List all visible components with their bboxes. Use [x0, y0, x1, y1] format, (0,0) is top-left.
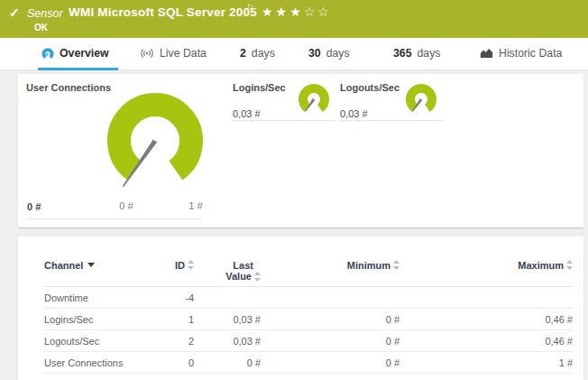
logins-gauge: [296, 83, 332, 116]
table-header-row: Channel ID Last Value: [44, 260, 573, 287]
channel-last: 0 #: [194, 357, 261, 368]
channel-name[interactable]: User Connections: [44, 357, 170, 368]
column-header-minimum[interactable]: Minimum: [261, 260, 400, 271]
historic-chart-icon: [480, 47, 493, 59]
tab-label: Overview: [60, 47, 109, 60]
tab-day-unit: days: [326, 47, 350, 60]
object-kind-label: Sensor: [27, 7, 63, 20]
channel-min: 0 #: [261, 336, 400, 347]
channel-name[interactable]: Logouts/Sec: [44, 336, 170, 347]
column-header-id[interactable]: ID: [170, 260, 194, 271]
tab-live-data[interactable]: Live Data: [136, 38, 216, 70]
channel-max: 1 #: [400, 357, 573, 368]
gauge-icon: [41, 47, 54, 60]
sort-updown-icon: [188, 260, 194, 270]
star-filled-icon[interactable]: ★: [289, 5, 304, 19]
star-filled-icon[interactable]: ★: [276, 5, 290, 19]
sort-updown-icon: [393, 260, 400, 270]
channel-max: 0,46 #: [400, 314, 573, 325]
gauge-title: Logins/Sec: [233, 82, 286, 93]
gauge-current-value: 0 #: [27, 201, 41, 212]
table-row[interactable]: Logouts/Sec 2 0,03 # 0 # 0,46 #: [44, 330, 573, 352]
star-empty-icon[interactable]: ☆: [304, 5, 318, 19]
gauge-current-value: 0,03 #: [340, 108, 368, 119]
sensor-title: WMI Microsoft SQL Server 2005: [69, 5, 257, 19]
channel-last: 0,03 #: [194, 336, 261, 347]
tab-365-days[interactable]: 365 days: [390, 38, 450, 70]
logouts-gauge: [403, 83, 439, 116]
channel-name[interactable]: Downtime: [44, 292, 170, 303]
channel-id: 1: [170, 314, 194, 325]
channel-min: 0 #: [261, 357, 400, 368]
tab-2-days[interactable]: 2 days: [236, 38, 284, 70]
column-label: Value: [225, 271, 252, 282]
tab-day-number: 365: [393, 47, 412, 60]
tab-30-days[interactable]: 30 days: [305, 38, 359, 70]
star-empty-icon[interactable]: ☆: [317, 5, 332, 19]
gauge-title: Logouts/Sec: [340, 82, 400, 93]
tab-label: Historic Data: [499, 47, 562, 60]
channel-name[interactable]: Logins/Sec: [44, 314, 170, 325]
channel-min: 0 #: [261, 314, 400, 325]
column-header-last-value[interactable]: Last Value: [194, 260, 261, 282]
sort-updown-icon: [566, 260, 573, 270]
star-filled-icon[interactable]: ★: [262, 5, 276, 19]
tab-label: Live Data: [160, 47, 207, 60]
priority-stars[interactable]: ★★★☆☆: [262, 5, 332, 19]
sensor-status-badge: OK: [34, 23, 48, 32]
tab-historic-data[interactable]: Historic Data: [476, 38, 571, 70]
table-row[interactable]: Logins/Sec 1 0,03 # 0 # 0,46 #: [44, 309, 573, 330]
logins-gauge-tile: Logins/Sec 0,03 #: [233, 74, 336, 128]
channel-last: 0,03 #: [194, 314, 261, 325]
status-check-icon: ✓: [9, 5, 20, 20]
live-signal-icon: [140, 47, 154, 60]
logouts-gauge-tile: Logouts/Sec 0,03 #: [340, 74, 444, 128]
prtg-sensor-page: ✓ Sensor WMI Microsoft SQL Server 2005 ⚐…: [0, 0, 588, 380]
sensor-header: ✓ Sensor WMI Microsoft SQL Server 2005 ⚐…: [0, 0, 588, 38]
channel-id: 2: [170, 336, 194, 347]
channel-table: Channel ID Last Value: [44, 260, 573, 374]
column-label: Last: [233, 260, 253, 271]
table-row[interactable]: Downtime -4: [44, 287, 573, 309]
column-label: Maximum: [518, 260, 564, 271]
user-connections-gauge: [101, 87, 209, 190]
divider: [233, 120, 335, 121]
column-label: ID: [175, 260, 185, 271]
tab-bar: Overview Live Data 2 days 30 days: [0, 38, 588, 70]
gauges-panel: User Connections 0 # 1 # 0 # Logins/Sec: [18, 74, 583, 227]
column-header-maximum[interactable]: Maximum: [400, 260, 573, 271]
channel-id: 0: [170, 357, 194, 368]
channel-id: -4: [170, 292, 194, 303]
channel-max: 0,46 #: [400, 336, 573, 347]
column-label: Minimum: [347, 260, 390, 271]
table-row[interactable]: User Connections 0 0 # 0 # 1 #: [44, 352, 573, 374]
tab-day-unit: days: [252, 47, 275, 60]
sort-updown-icon: [254, 272, 261, 282]
tab-day-unit: days: [418, 47, 441, 60]
gauge-scale-max: 1 #: [178, 200, 214, 211]
column-header-channel[interactable]: Channel: [44, 260, 170, 271]
divider: [26, 218, 202, 219]
divider: [340, 120, 443, 121]
column-label: Channel: [44, 260, 83, 271]
tab-day-number: 2: [240, 47, 246, 60]
gauge-current-value: 0,03 #: [233, 108, 261, 119]
flag-icon: ⚐: [246, 3, 254, 13]
channel-table-panel: Channel ID Last Value: [18, 236, 583, 380]
tab-overview[interactable]: Overview: [38, 38, 118, 70]
tab-day-number: 30: [308, 47, 321, 60]
sort-caret-down-icon: [87, 263, 95, 267]
gauge-scale-min: 0 #: [108, 200, 144, 211]
gauge-title: User Connections: [26, 82, 111, 93]
